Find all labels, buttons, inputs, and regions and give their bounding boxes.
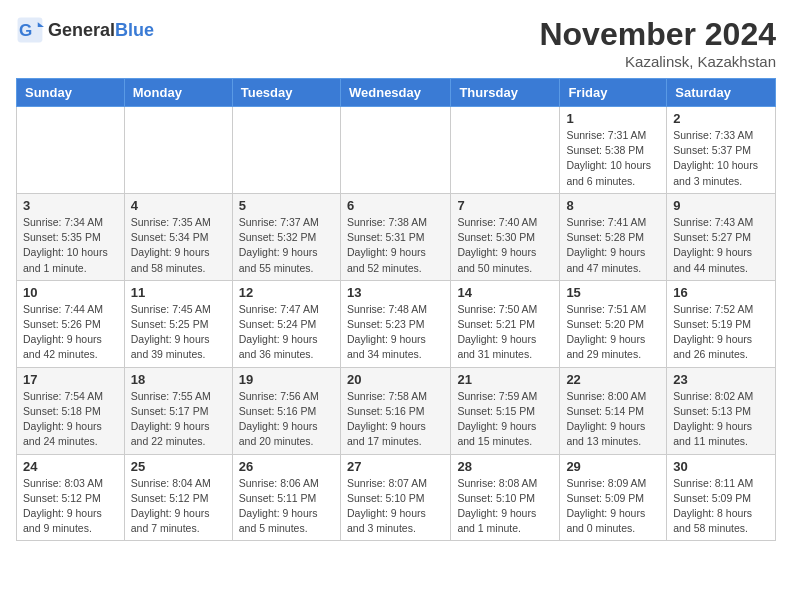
weekday-header-tuesday: Tuesday <box>232 79 340 107</box>
empty-cell <box>17 107 125 194</box>
day-info: Sunrise: 7:44 AM Sunset: 5:26 PM Dayligh… <box>23 302 118 363</box>
day-number: 26 <box>239 459 334 474</box>
day-number: 29 <box>566 459 660 474</box>
day-info: Sunrise: 8:02 AM Sunset: 5:13 PM Dayligh… <box>673 389 769 450</box>
day-info: Sunrise: 7:58 AM Sunset: 5:16 PM Dayligh… <box>347 389 444 450</box>
weekday-header-thursday: Thursday <box>451 79 560 107</box>
day-info: Sunrise: 7:48 AM Sunset: 5:23 PM Dayligh… <box>347 302 444 363</box>
day-number: 21 <box>457 372 553 387</box>
calendar-day-cell: 30Sunrise: 8:11 AM Sunset: 5:09 PM Dayli… <box>667 454 776 541</box>
day-number: 16 <box>673 285 769 300</box>
day-number: 3 <box>23 198 118 213</box>
title-area: November 2024 Kazalinsk, Kazakhstan <box>539 16 776 70</box>
calendar-day-cell: 20Sunrise: 7:58 AM Sunset: 5:16 PM Dayli… <box>340 367 450 454</box>
day-info: Sunrise: 7:33 AM Sunset: 5:37 PM Dayligh… <box>673 128 769 189</box>
weekday-header-row: SundayMondayTuesdayWednesdayThursdayFrid… <box>17 79 776 107</box>
calendar-week-row: 17Sunrise: 7:54 AM Sunset: 5:18 PM Dayli… <box>17 367 776 454</box>
calendar-day-cell: 6Sunrise: 7:38 AM Sunset: 5:31 PM Daylig… <box>340 193 450 280</box>
day-info: Sunrise: 7:41 AM Sunset: 5:28 PM Dayligh… <box>566 215 660 276</box>
calendar-day-cell: 7Sunrise: 7:40 AM Sunset: 5:30 PM Daylig… <box>451 193 560 280</box>
weekday-header-saturday: Saturday <box>667 79 776 107</box>
day-info: Sunrise: 7:43 AM Sunset: 5:27 PM Dayligh… <box>673 215 769 276</box>
day-info: Sunrise: 7:37 AM Sunset: 5:32 PM Dayligh… <box>239 215 334 276</box>
day-number: 23 <box>673 372 769 387</box>
day-info: Sunrise: 8:08 AM Sunset: 5:10 PM Dayligh… <box>457 476 553 537</box>
calendar-day-cell: 10Sunrise: 7:44 AM Sunset: 5:26 PM Dayli… <box>17 280 125 367</box>
calendar-week-row: 24Sunrise: 8:03 AM Sunset: 5:12 PM Dayli… <box>17 454 776 541</box>
calendar-day-cell: 8Sunrise: 7:41 AM Sunset: 5:28 PM Daylig… <box>560 193 667 280</box>
calendar-day-cell: 23Sunrise: 8:02 AM Sunset: 5:13 PM Dayli… <box>667 367 776 454</box>
day-number: 1 <box>566 111 660 126</box>
location-subtitle: Kazalinsk, Kazakhstan <box>539 53 776 70</box>
day-number: 15 <box>566 285 660 300</box>
day-info: Sunrise: 8:00 AM Sunset: 5:14 PM Dayligh… <box>566 389 660 450</box>
calendar-day-cell: 21Sunrise: 7:59 AM Sunset: 5:15 PM Dayli… <box>451 367 560 454</box>
calendar-day-cell: 28Sunrise: 8:08 AM Sunset: 5:10 PM Dayli… <box>451 454 560 541</box>
day-info: Sunrise: 7:59 AM Sunset: 5:15 PM Dayligh… <box>457 389 553 450</box>
day-info: Sunrise: 7:45 AM Sunset: 5:25 PM Dayligh… <box>131 302 226 363</box>
header: G GeneralBlue November 2024 Kazalinsk, K… <box>16 16 776 70</box>
month-year-title: November 2024 <box>539 16 776 53</box>
day-info: Sunrise: 8:09 AM Sunset: 5:09 PM Dayligh… <box>566 476 660 537</box>
day-number: 18 <box>131 372 226 387</box>
empty-cell <box>451 107 560 194</box>
calendar-day-cell: 9Sunrise: 7:43 AM Sunset: 5:27 PM Daylig… <box>667 193 776 280</box>
day-number: 22 <box>566 372 660 387</box>
day-info: Sunrise: 7:54 AM Sunset: 5:18 PM Dayligh… <box>23 389 118 450</box>
calendar-day-cell: 3Sunrise: 7:34 AM Sunset: 5:35 PM Daylig… <box>17 193 125 280</box>
day-number: 11 <box>131 285 226 300</box>
day-number: 7 <box>457 198 553 213</box>
weekday-header-wednesday: Wednesday <box>340 79 450 107</box>
day-number: 10 <box>23 285 118 300</box>
day-info: Sunrise: 7:47 AM Sunset: 5:24 PM Dayligh… <box>239 302 334 363</box>
calendar-day-cell: 22Sunrise: 8:00 AM Sunset: 5:14 PM Dayli… <box>560 367 667 454</box>
day-info: Sunrise: 7:51 AM Sunset: 5:20 PM Dayligh… <box>566 302 660 363</box>
logo: G GeneralBlue <box>16 16 154 44</box>
day-number: 25 <box>131 459 226 474</box>
calendar-day-cell: 17Sunrise: 7:54 AM Sunset: 5:18 PM Dayli… <box>17 367 125 454</box>
day-number: 2 <box>673 111 769 126</box>
day-number: 28 <box>457 459 553 474</box>
calendar-day-cell: 13Sunrise: 7:48 AM Sunset: 5:23 PM Dayli… <box>340 280 450 367</box>
day-info: Sunrise: 7:40 AM Sunset: 5:30 PM Dayligh… <box>457 215 553 276</box>
day-number: 17 <box>23 372 118 387</box>
calendar-day-cell: 15Sunrise: 7:51 AM Sunset: 5:20 PM Dayli… <box>560 280 667 367</box>
calendar-day-cell: 5Sunrise: 7:37 AM Sunset: 5:32 PM Daylig… <box>232 193 340 280</box>
day-info: Sunrise: 8:06 AM Sunset: 5:11 PM Dayligh… <box>239 476 334 537</box>
day-info: Sunrise: 7:55 AM Sunset: 5:17 PM Dayligh… <box>131 389 226 450</box>
day-number: 14 <box>457 285 553 300</box>
day-info: Sunrise: 8:03 AM Sunset: 5:12 PM Dayligh… <box>23 476 118 537</box>
day-number: 30 <box>673 459 769 474</box>
weekday-header-monday: Monday <box>124 79 232 107</box>
day-info: Sunrise: 8:04 AM Sunset: 5:12 PM Dayligh… <box>131 476 226 537</box>
day-number: 6 <box>347 198 444 213</box>
calendar-day-cell: 11Sunrise: 7:45 AM Sunset: 5:25 PM Dayli… <box>124 280 232 367</box>
calendar-week-row: 1Sunrise: 7:31 AM Sunset: 5:38 PM Daylig… <box>17 107 776 194</box>
calendar-day-cell: 24Sunrise: 8:03 AM Sunset: 5:12 PM Dayli… <box>17 454 125 541</box>
day-info: Sunrise: 8:07 AM Sunset: 5:10 PM Dayligh… <box>347 476 444 537</box>
calendar-day-cell: 19Sunrise: 7:56 AM Sunset: 5:16 PM Dayli… <box>232 367 340 454</box>
calendar-day-cell: 18Sunrise: 7:55 AM Sunset: 5:17 PM Dayli… <box>124 367 232 454</box>
weekday-header-sunday: Sunday <box>17 79 125 107</box>
logo-blue-text: Blue <box>115 20 154 41</box>
day-info: Sunrise: 7:52 AM Sunset: 5:19 PM Dayligh… <box>673 302 769 363</box>
day-number: 27 <box>347 459 444 474</box>
calendar-day-cell: 4Sunrise: 7:35 AM Sunset: 5:34 PM Daylig… <box>124 193 232 280</box>
day-number: 9 <box>673 198 769 213</box>
day-number: 20 <box>347 372 444 387</box>
day-number: 5 <box>239 198 334 213</box>
day-info: Sunrise: 7:38 AM Sunset: 5:31 PM Dayligh… <box>347 215 444 276</box>
day-info: Sunrise: 7:34 AM Sunset: 5:35 PM Dayligh… <box>23 215 118 276</box>
day-info: Sunrise: 7:31 AM Sunset: 5:38 PM Dayligh… <box>566 128 660 189</box>
calendar-day-cell: 25Sunrise: 8:04 AM Sunset: 5:12 PM Dayli… <box>124 454 232 541</box>
day-number: 4 <box>131 198 226 213</box>
day-info: Sunrise: 8:11 AM Sunset: 5:09 PM Dayligh… <box>673 476 769 537</box>
calendar-day-cell: 2Sunrise: 7:33 AM Sunset: 5:37 PM Daylig… <box>667 107 776 194</box>
day-number: 12 <box>239 285 334 300</box>
logo-general-text: General <box>48 20 115 41</box>
weekday-header-friday: Friday <box>560 79 667 107</box>
calendar-table: SundayMondayTuesdayWednesdayThursdayFrid… <box>16 78 776 541</box>
calendar-day-cell: 29Sunrise: 8:09 AM Sunset: 5:09 PM Dayli… <box>560 454 667 541</box>
day-info: Sunrise: 7:35 AM Sunset: 5:34 PM Dayligh… <box>131 215 226 276</box>
day-number: 19 <box>239 372 334 387</box>
